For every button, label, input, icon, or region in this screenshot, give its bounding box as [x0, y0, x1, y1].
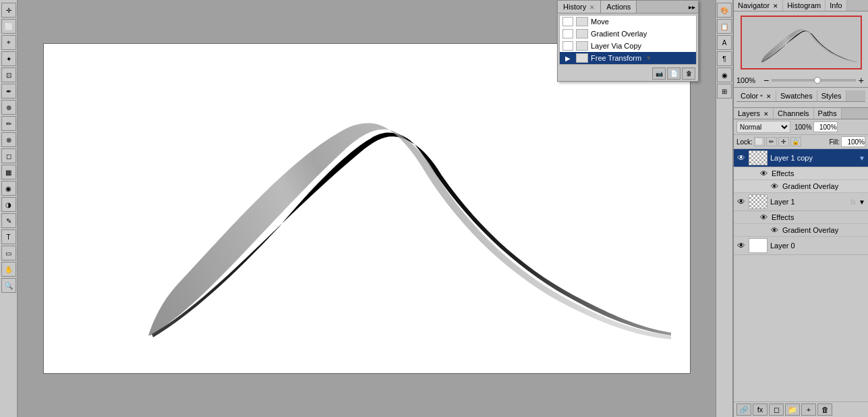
layers-icon-btn[interactable]: ⊞	[717, 84, 732, 99]
lock-all-btn[interactable]: 🔒	[790, 137, 801, 146]
lock-pixels-btn[interactable]: ✏	[766, 137, 777, 146]
eyedropper-tool[interactable]: ✒	[1, 84, 16, 99]
blend-mode-select[interactable]: Normal Multiply Screen Overlay	[736, 121, 790, 133]
history-check-move	[562, 17, 573, 26]
history-item-gradient[interactable]: Gradient Overlay	[560, 28, 696, 40]
brush-opt-btn[interactable]: ◉	[717, 67, 732, 82]
tab-channels[interactable]: Channels	[774, 108, 813, 119]
left-toolbar: ✛ ⬜ ⌖ ✦ ⊡ ✒ ⊕ ✏ ⊗ ◻ ▦ ◉ ◑ ✎ T ▭ ✋ 🔍	[0, 0, 18, 417]
gradient-eye-layer1[interactable]: 👁	[769, 225, 780, 235]
tab-paths[interactable]: Paths	[814, 108, 842, 119]
color-close[interactable]: ✕	[766, 93, 772, 100]
text-tool[interactable]: T	[1, 229, 16, 244]
layer-item-layer0[interactable]: 👁 Layer 0	[734, 237, 868, 255]
zoom-slider[interactable]	[772, 79, 856, 82]
gradient-eye-layer1copy[interactable]: 👁	[769, 181, 780, 192]
history-panel-bottom: 📷 📄 🗑	[558, 66, 698, 81]
delete-state-btn[interactable]: 🗑	[682, 67, 695, 80]
layer-visibility-layer0[interactable]: 👁	[735, 240, 747, 252]
tab-history[interactable]: History ✕	[558, 1, 601, 13]
shape-tool[interactable]: ▭	[1, 246, 16, 260]
history-item-move[interactable]: Move	[560, 16, 696, 28]
palette-btn[interactable]: 🎨	[717, 3, 732, 18]
zoom-tool[interactable]: 🔍	[1, 278, 16, 293]
clone-tool[interactable]: ⊗	[1, 132, 16, 147]
canvas[interactable]	[43, 43, 691, 374]
tab-actions[interactable]: Actions	[601, 1, 637, 13]
crop-tool[interactable]: ⊡	[1, 67, 16, 82]
opacity-input[interactable]	[813, 121, 838, 132]
history-panel: History ✕ Actions ▸▸ Move Gradient Overl…	[557, 0, 699, 82]
layer-visibility-layer1copy[interactable]: 👁	[735, 152, 747, 164]
layer1-expand[interactable]: ▼	[859, 198, 865, 206]
pen-tool[interactable]: ✎	[1, 213, 16, 228]
layer-group-btn[interactable]: 📁	[785, 404, 800, 416]
magic-wand-tool[interactable]: ✦	[1, 51, 16, 66]
doc-btn[interactable]: 📋	[717, 19, 732, 34]
dodge-tool[interactable]: ◑	[1, 197, 16, 212]
layer-delete-btn[interactable]: 🗑	[817, 404, 832, 416]
history-icon-transform: ▶	[562, 53, 573, 63]
effects-eye-layer1copy[interactable]: 👁	[758, 168, 769, 179]
panel-expand-btn[interactable]: ▸▸	[686, 2, 698, 12]
layer1-fx: fx	[850, 198, 856, 206]
gradient-label-layer1: Gradient Overlay	[780, 226, 838, 234]
right-panel: Navigator ✕ Histogram Info 100% − +	[733, 0, 868, 417]
move-tool[interactable]: ✛	[1, 3, 16, 18]
gradient-tool[interactable]: ▦	[1, 165, 16, 179]
layer-visibility-layer1[interactable]: 👁	[735, 196, 747, 208]
effects-label-layer1: Effects	[769, 213, 794, 221]
effects-eye-layer1[interactable]: 👁	[758, 212, 769, 223]
sub-effects-layer1[interactable]: 👁 Effects	[734, 211, 868, 224]
tab-color[interactable]: Color * ✕	[736, 90, 776, 101]
opacity-label: 100%	[794, 123, 812, 131]
lock-position-btn[interactable]: ✛	[778, 137, 789, 146]
tab-styles[interactable]: Styles	[817, 90, 846, 101]
lasso-tool[interactable]: ⌖	[1, 35, 16, 50]
layer-new-btn[interactable]: +	[801, 404, 816, 416]
marquee-tool[interactable]: ⬜	[1, 19, 16, 34]
layer-fx-btn[interactable]: fx	[753, 404, 768, 416]
eraser-tool[interactable]: ◻	[1, 148, 16, 163]
layer-thumb-layer0	[749, 238, 768, 253]
layers-close[interactable]: ✕	[763, 111, 769, 117]
history-item-free-transform[interactable]: ▶ Free Transform ▼	[560, 52, 696, 64]
tab-swatches[interactable]: Swatches	[776, 90, 817, 101]
zoom-minus-btn[interactable]: −	[762, 75, 770, 86]
tab-navigator[interactable]: Navigator ✕	[734, 0, 783, 11]
tab-histogram[interactable]: Histogram	[783, 0, 826, 11]
blur-tool[interactable]: ◉	[1, 181, 16, 196]
layer-name-layer0: Layer 0	[769, 242, 867, 250]
type-btn[interactable]: A	[717, 35, 732, 50]
fill-input[interactable]	[841, 136, 865, 147]
layer-link-btn[interactable]: 🔗	[736, 404, 751, 416]
history-tab-close[interactable]: ✕	[589, 4, 595, 11]
new-document-btn[interactable]: 📄	[667, 67, 681, 80]
fill-label: Fill:	[829, 138, 840, 146]
history-check-layer-copy	[562, 41, 573, 51]
lock-transparent-btn[interactable]: ⬜	[754, 137, 765, 146]
color-tabs: Color * ✕ Swatches Styles	[736, 90, 865, 102]
layer-item-layer1[interactable]: 👁 Layer 1 fx ▼	[734, 193, 868, 211]
sub-gradient-layer1[interactable]: 👁 Gradient Overlay	[734, 224, 868, 237]
layer-item-layer1copy[interactable]: 👁 Layer 1 copy ▼	[734, 149, 868, 167]
zoom-plus-btn[interactable]: +	[857, 75, 865, 86]
navigator-close[interactable]: ✕	[773, 3, 778, 9]
layer-name-layer1: Layer 1	[769, 198, 849, 206]
brush-tool[interactable]: ✏	[1, 116, 16, 131]
tab-info[interactable]: Info	[826, 0, 846, 11]
layer-mask-btn[interactable]: ◻	[769, 404, 784, 416]
tab-layers[interactable]: Layers ✕	[734, 108, 774, 119]
sub-effects-layer1copy[interactable]: 👁 Effects	[734, 167, 868, 180]
lock-controls: Lock: ⬜ ✏ ✛ 🔒 Fill:	[734, 135, 868, 149]
history-thumb-layer-copy	[576, 41, 588, 51]
new-snapshot-btn[interactable]: 📷	[652, 67, 666, 80]
heal-tool[interactable]: ⊕	[1, 100, 16, 115]
para-btn[interactable]: ¶	[717, 51, 732, 66]
expand-arrow: ▼	[644, 53, 653, 63]
layer1copy-expand[interactable]: ▼	[859, 155, 865, 162]
hand-tool[interactable]: ✋	[1, 262, 16, 277]
history-item-layer-copy[interactable]: Layer Via Copy	[560, 40, 696, 52]
navigator-preview	[741, 16, 862, 70]
sub-gradient-layer1copy[interactable]: 👁 Gradient Overlay	[734, 180, 868, 193]
